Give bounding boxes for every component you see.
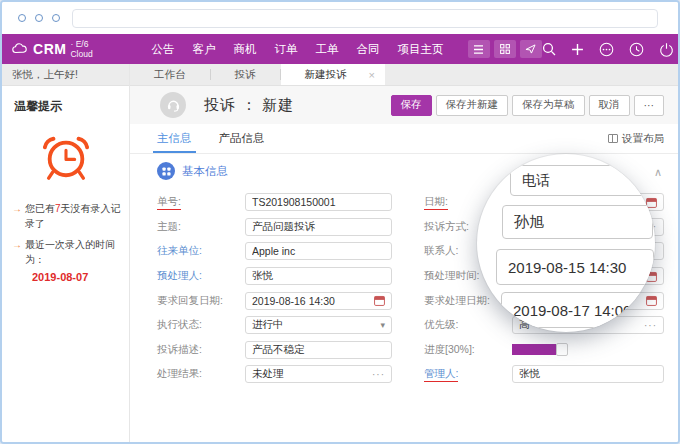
last-entry-date: 2019-08-07: [32, 271, 121, 283]
arrow-icon: →: [12, 237, 22, 267]
magnifier-overlay: 电话 孙旭 2019-08-15 14:30 2019-08-17 14:00: [477, 154, 655, 332]
sidebar: 张悦，上午好! 温馨提示 → 您已有7天没有录入记录了 → 最近一次录入的时间为…: [2, 64, 130, 442]
tip-item: → 最近一次录入的时间为：: [12, 237, 121, 267]
tab-strip: 工作台 投诉 新建投诉 ×: [130, 64, 678, 86]
plus-icon: [571, 43, 584, 56]
cloud-icon: [12, 42, 27, 56]
tips-list: → 您已有7天没有录入记录了 → 最近一次录入的时间为： 2019-08-07: [2, 183, 129, 283]
paper-plane-icon: [525, 44, 536, 54]
lookup-icon[interactable]: ···: [372, 369, 385, 380]
field-label-priority: 优先级:: [424, 318, 512, 332]
search-icon: [542, 42, 556, 56]
alarm-clock-icon: [41, 131, 91, 183]
field-label-progress: 进度[30%]:: [424, 343, 512, 357]
more-actions-button[interactable]: ···: [634, 95, 665, 116]
tab-workbench[interactable]: 工作台: [130, 64, 210, 85]
clock-icon: [629, 42, 644, 57]
close-icon[interactable]: ×: [369, 69, 375, 81]
tab-complaint[interactable]: 投诉: [211, 64, 280, 85]
power-icon: [659, 42, 674, 57]
layout-icon: [608, 134, 618, 143]
subject-input[interactable]: 产品问题投诉: [245, 218, 392, 236]
app-header: CRM · E/6 Cloud 公告 客户 商机 订单 工单 合同 项目主页: [2, 34, 678, 64]
hamburger-icon: [473, 45, 484, 54]
nav-item-contract[interactable]: 合同: [357, 42, 380, 57]
nav-item-opportunity[interactable]: 商机: [234, 42, 257, 57]
window-dot-icon[interactable]: [52, 14, 60, 22]
menu-list-button[interactable]: [468, 40, 490, 58]
section-grid-icon: [157, 162, 175, 180]
collapse-section-icon[interactable]: ∧: [654, 166, 662, 179]
window-dot-icon[interactable]: [35, 14, 43, 22]
section-basic-info[interactable]: 基本信息: [157, 162, 228, 180]
grid-icon: [500, 44, 510, 54]
detail-tabs: 主信息 产品信息 设置布局: [130, 124, 678, 154]
address-bar-input[interactable]: [72, 9, 658, 28]
field-label-subject: 主题:: [157, 220, 245, 234]
field-label-prehandler[interactable]: 预处理人:: [157, 269, 245, 283]
apps-grid-button[interactable]: [494, 40, 516, 58]
tab-product-info[interactable]: 产品信息: [219, 124, 265, 153]
app-window: CRM · E/6 Cloud 公告 客户 商机 订单 工单 合同 项目主页: [0, 0, 680, 444]
history-button[interactable]: [629, 42, 644, 57]
nav-item-announcement[interactable]: 公告: [152, 42, 175, 57]
calendar-icon[interactable]: [646, 197, 657, 208]
calendar-icon[interactable]: [374, 295, 385, 306]
action-buttons: 保存 保存并新建 保存为草稿 取消 ···: [391, 95, 665, 116]
brand-logo[interactable]: CRM · E/6 Cloud: [12, 39, 100, 59]
tip-item: → 您已有7天没有录入记录了: [12, 201, 121, 231]
headset-icon: [166, 98, 181, 112]
window-dot-icon[interactable]: [18, 14, 26, 22]
manager-input[interactable]: 张悦: [512, 365, 664, 383]
field-label-manager[interactable]: 管理人:: [424, 367, 512, 382]
brand-suffix: · E/6 Cloud: [70, 39, 99, 59]
title-bar: 投诉 ： 新建 保存 保存并新建 保存为草稿 取消 ···: [130, 86, 678, 124]
field-label-order-no: 单号:: [157, 195, 245, 210]
progress-fill: [512, 344, 556, 355]
calendar-icon[interactable]: [646, 295, 657, 306]
progress-handle[interactable]: [556, 343, 568, 356]
layout-settings-link[interactable]: 设置布局: [608, 132, 664, 146]
tab-new-complaint[interactable]: 新建投诉 ×: [281, 64, 385, 85]
chevron-down-icon[interactable]: ▾: [380, 320, 385, 330]
save-button[interactable]: 保存: [391, 95, 432, 116]
reply-deadline-input[interactable]: 2019-08-16 14:30: [245, 292, 392, 310]
header-right-icons: [542, 42, 674, 57]
search-button[interactable]: [542, 42, 556, 56]
progress-slider[interactable]: [512, 344, 660, 355]
field-label-description: 投诉描述:: [157, 343, 245, 357]
save-and-new-button[interactable]: 保存并新建: [436, 95, 509, 116]
save-as-draft-button[interactable]: 保存为草稿: [512, 95, 585, 116]
arrow-icon: →: [12, 201, 22, 231]
window-controls: [18, 14, 60, 22]
nav-item-customer[interactable]: 客户: [193, 42, 216, 57]
nav-item-workorder[interactable]: 工单: [316, 42, 339, 57]
field-label-account[interactable]: 往来单位:: [157, 244, 245, 258]
tab-main-info[interactable]: 主信息: [157, 124, 192, 153]
ellipsis-circle-icon: [599, 42, 614, 57]
field-label-reply-deadline: 要求回复日期:: [157, 294, 245, 308]
order-no-input[interactable]: TS201908150001: [245, 193, 392, 211]
avatar: [160, 92, 186, 118]
header-tool-group: [468, 40, 542, 58]
account-input[interactable]: Apple inc: [245, 242, 392, 260]
send-button[interactable]: [520, 40, 542, 58]
nav-item-project-home[interactable]: 项目主页: [398, 42, 444, 57]
description-input[interactable]: 产品不稳定: [245, 341, 392, 359]
lookup-icon[interactable]: ···: [644, 320, 657, 331]
page-title: 投诉 ： 新建: [204, 96, 294, 115]
brand-name: CRM: [33, 41, 66, 57]
more-menu-button[interactable]: [599, 42, 614, 57]
magnified-prehandle-time: 2019-08-15 14:30: [496, 249, 654, 285]
tips-title: 温馨提示: [2, 86, 129, 115]
add-button[interactable]: [571, 43, 584, 56]
browser-bar: [2, 2, 678, 34]
exec-status-select[interactable]: 进行中▾: [245, 316, 392, 334]
cancel-button[interactable]: 取消: [589, 95, 630, 116]
greeting-text: 张悦，上午好!: [2, 64, 129, 86]
result-input[interactable]: 未处理···: [245, 365, 392, 383]
nav-item-order[interactable]: 订单: [275, 42, 298, 57]
logout-button[interactable]: [659, 42, 674, 57]
field-label-result: 处理结果:: [157, 367, 245, 381]
prehandler-input[interactable]: 张悦: [245, 267, 392, 285]
